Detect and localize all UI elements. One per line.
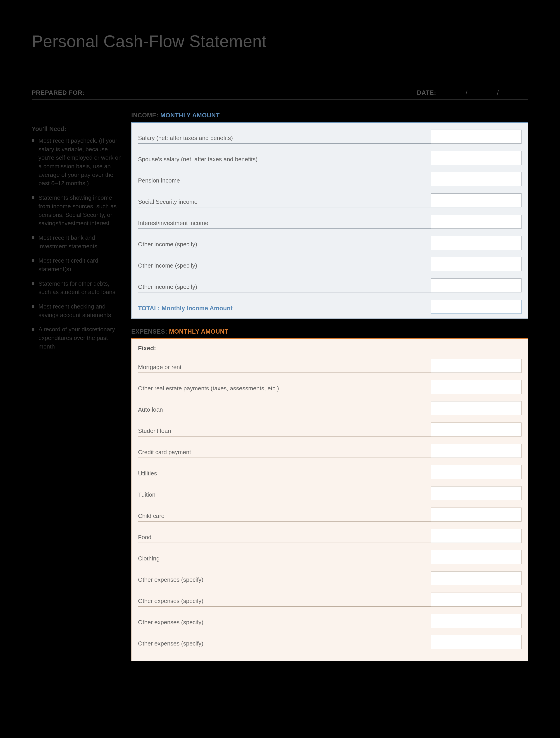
income-row-label: Salary (net: after taxes and benefits)	[138, 134, 427, 143]
income-row-label: Other income (specify)	[138, 241, 427, 250]
income-row-label: Other income (specify)	[138, 262, 427, 271]
income-row-label: Pension income	[138, 177, 427, 186]
expense-row: Credit card payment	[138, 444, 522, 458]
expenses-section-header: EXPENSES: MONTHLY AMOUNT	[131, 328, 528, 335]
income-input-salary[interactable]	[431, 129, 522, 143]
date-label: DATE:	[417, 89, 436, 96]
expenses-label-accent: MONTHLY AMOUNT	[167, 328, 229, 335]
expense-input-auto-loan[interactable]	[431, 401, 522, 415]
expense-row: Other expenses (specify)	[138, 593, 522, 607]
expense-input-other-4[interactable]	[431, 635, 522, 649]
income-row-label: Social Security income	[138, 199, 427, 207]
income-input-other-2[interactable]	[431, 257, 522, 271]
expense-row: Utilities	[138, 465, 522, 479]
expense-input-tuition[interactable]	[431, 486, 522, 500]
expense-row-label: Other expenses (specify)	[138, 640, 427, 649]
expense-input-utilities[interactable]	[431, 465, 522, 479]
income-row: Other income (specify)	[138, 278, 522, 293]
expense-row: Student loan	[138, 422, 522, 436]
income-box: Salary (net: after taxes and benefits) S…	[131, 122, 528, 319]
sidebar-heading: You'll Need:	[32, 125, 122, 132]
expense-row: Clothing	[138, 550, 522, 564]
expense-input-mortgage[interactable]	[431, 359, 522, 373]
expense-input-real-estate[interactable]	[431, 380, 522, 394]
income-input-other-3[interactable]	[431, 278, 522, 293]
sidebar-item: Statements showing income from income so…	[32, 194, 122, 228]
expense-row-label: Utilities	[138, 470, 427, 479]
expense-row: Child care	[138, 507, 522, 521]
expense-row: Other expenses (specify)	[138, 614, 522, 628]
income-total-input[interactable]	[431, 300, 522, 314]
sidebar-item: Most recent credit card statement(s)	[32, 257, 122, 274]
prepared-for-label: PREPARED FOR:	[32, 89, 85, 96]
expense-row-label: Other expenses (specify)	[138, 576, 427, 585]
expense-row-label: Other expenses (specify)	[138, 619, 427, 628]
income-label-accent: MONTHLY AMOUNT	[159, 112, 220, 119]
expense-row-label: Other expenses (specify)	[138, 598, 427, 606]
income-row: Pension income	[138, 172, 522, 186]
income-input-spouse-salary[interactable]	[431, 151, 522, 165]
income-label-plain: INCOME:	[131, 112, 159, 119]
content: INCOME: MONTHLY AMOUNT Salary (net: afte…	[131, 112, 528, 661]
expense-row-label: Child care	[138, 512, 427, 521]
date-slash-2: /	[497, 89, 499, 96]
sidebar-item: Statements for other debts, such as stud…	[32, 280, 122, 297]
income-input-social-security[interactable]	[431, 194, 522, 208]
expense-row-label: Student loan	[138, 427, 427, 436]
sidebar-item: A record of your discretionary expenditu…	[32, 325, 122, 351]
expense-row-label: Tuition	[138, 491, 427, 500]
expense-input-child-care[interactable]	[431, 507, 522, 521]
income-row-label: Interest/investment income	[138, 220, 427, 229]
expense-row: Tuition	[138, 486, 522, 500]
expense-row-label: Mortgage or rent	[138, 364, 427, 373]
sidebar-item: Most recent checking and savings account…	[32, 302, 122, 319]
income-row: Salary (net: after taxes and benefits)	[138, 129, 522, 143]
expense-row: Food	[138, 529, 522, 543]
expense-row-label: Food	[138, 534, 427, 542]
income-row: Interest/investment income	[138, 215, 522, 229]
expenses-label-plain: EXPENSES:	[131, 328, 167, 335]
expense-input-student-loan[interactable]	[431, 422, 522, 436]
expense-row-label: Clothing	[138, 555, 427, 564]
expense-row: Other real estate payments (taxes, asses…	[138, 380, 522, 394]
income-total-row: TOTAL: Monthly Income Amount	[138, 300, 522, 314]
expense-row: Other expenses (specify)	[138, 571, 522, 585]
expense-row: Auto loan	[138, 401, 522, 415]
income-row: Social Security income	[138, 194, 522, 208]
date-slash-1: /	[466, 89, 468, 96]
income-row: Other income (specify)	[138, 257, 522, 271]
income-row: Other income (specify)	[138, 236, 522, 250]
page-title: Personal Cash-Flow Statement	[32, 32, 528, 51]
sidebar-item: Most recent bank and investment statemen…	[32, 234, 122, 251]
expense-box: Fixed: Mortgage or rent Other real estat…	[131, 338, 528, 661]
expense-row-label: Credit card payment	[138, 449, 427, 457]
income-input-pension[interactable]	[431, 172, 522, 186]
expense-input-food[interactable]	[431, 529, 522, 543]
income-input-interest[interactable]	[431, 215, 522, 229]
date-group: DATE: / /	[417, 89, 528, 96]
expense-row: Other expenses (specify)	[138, 635, 522, 649]
income-row-label: Other income (specify)	[138, 283, 427, 292]
income-row: Spouse's salary (net: after taxes and be…	[138, 151, 522, 165]
expense-input-other-1[interactable]	[431, 571, 522, 585]
income-row-label: Spouse's salary (net: after taxes and be…	[138, 156, 427, 165]
expense-row-label: Auto loan	[138, 406, 427, 415]
income-total-label: TOTAL: Monthly Income Amount	[138, 305, 427, 314]
income-section-header: INCOME: MONTHLY AMOUNT	[131, 112, 528, 119]
sidebar: You'll Need: Most recent paycheck. (If y…	[32, 112, 122, 661]
expense-input-other-3[interactable]	[431, 614, 522, 628]
expense-input-other-2[interactable]	[431, 593, 522, 607]
expense-row: Mortgage or rent	[138, 359, 522, 373]
income-input-other-1[interactable]	[431, 236, 522, 250]
fixed-heading: Fixed:	[138, 345, 522, 352]
expense-input-credit-card[interactable]	[431, 444, 522, 458]
sidebar-item: Most recent paycheck. (If your salary is…	[32, 136, 122, 188]
header-row: PREPARED FOR: DATE: / /	[32, 89, 528, 99]
expense-input-clothing[interactable]	[431, 550, 522, 564]
sidebar-list: Most recent paycheck. (If your salary is…	[32, 136, 122, 351]
expense-row-label: Other real estate payments (taxes, asses…	[138, 385, 427, 394]
